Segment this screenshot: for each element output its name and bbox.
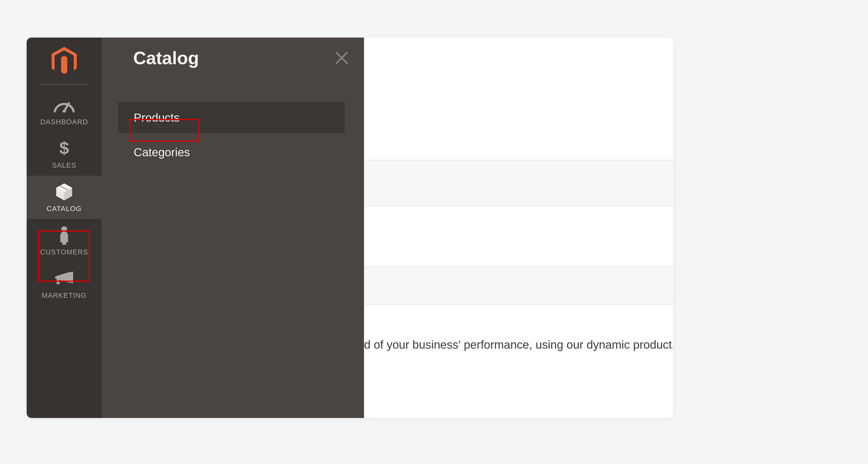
flyout-title: Catalog <box>133 48 199 68</box>
catalog-flyout: Catalog Products Categories <box>102 37 364 418</box>
dashboard-icon <box>53 96 75 115</box>
sidebar-item-customers[interactable]: CUSTOMERS <box>27 219 102 262</box>
flyout-item-label: Products <box>134 111 180 124</box>
close-button[interactable] <box>335 51 349 66</box>
content-band <box>364 266 673 304</box>
sidebar-item-label: DASHBOARD <box>40 118 88 126</box>
flyout-item-products[interactable]: Products <box>118 102 345 133</box>
person-icon <box>58 226 70 245</box>
flyout-items: Products Categories <box>102 102 364 168</box>
sidebar-item-label: MARKETING <box>42 291 87 299</box>
sidebar-divider <box>40 84 88 85</box>
close-icon <box>335 51 349 65</box>
sidebar: DASHBOARD $ SALES CATALOG <box>27 37 102 418</box>
svg-text:$: $ <box>59 139 69 158</box>
sidebar-item-dashboard[interactable]: DASHBOARD <box>27 89 102 132</box>
content-band <box>364 161 673 206</box>
magento-logo-icon <box>52 47 77 76</box>
sidebar-item-label: SALES <box>52 162 76 169</box>
flyout-item-categories[interactable]: Categories <box>118 137 345 168</box>
box-icon <box>55 182 73 201</box>
megaphone-icon <box>54 269 74 288</box>
sidebar-item-catalog[interactable]: CATALOG <box>27 176 102 219</box>
magento-logo[interactable] <box>27 42 102 84</box>
sidebar-item-label: CATALOG <box>47 205 82 213</box>
sidebar-item-sales[interactable]: $ SALES <box>27 132 102 176</box>
sidebar-item-marketing[interactable]: MARKETING <box>27 262 102 306</box>
dollar-icon: $ <box>58 139 70 158</box>
svg-rect-9 <box>57 279 60 284</box>
sidebar-item-label: CUSTOMERS <box>40 248 88 256</box>
main-content: d of your business' performance, using o… <box>364 37 673 418</box>
app-frame: DASHBOARD $ SALES CATALOG <box>27 37 673 418</box>
content-text-snippet: d of your business' performance, using o… <box>364 338 673 351</box>
svg-point-7 <box>61 226 67 232</box>
flyout-header: Catalog <box>102 37 364 68</box>
flyout-item-label: Categories <box>134 146 190 159</box>
